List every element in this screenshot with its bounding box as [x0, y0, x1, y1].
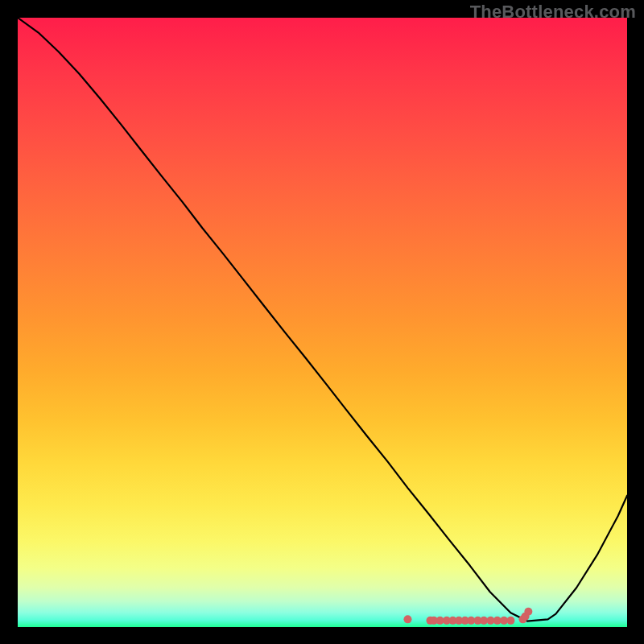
highlight-dot — [524, 608, 532, 616]
highlight-dot — [506, 617, 514, 625]
highlight-dot — [403, 615, 411, 623]
watermark-text: TheBottleneck.com — [470, 2, 636, 23]
plot-area — [18, 18, 627, 627]
chart-svg — [18, 18, 627, 627]
